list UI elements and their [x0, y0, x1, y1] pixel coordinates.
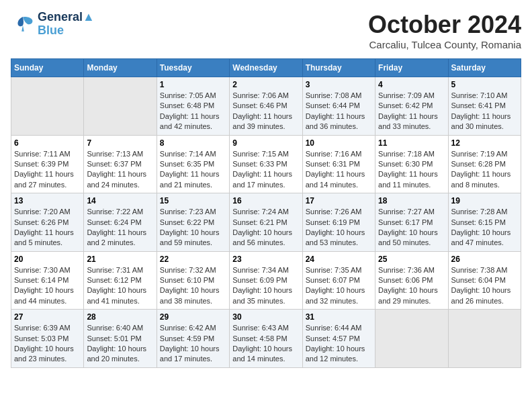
day-number: 29: [160, 312, 226, 322]
day-number: 22: [160, 255, 226, 264]
day-info: Sunrise: 7:13 AM Sunset: 6:37 PM Dayligh…: [87, 149, 153, 191]
calendar-cell: 19Sunrise: 7:28 AM Sunset: 6:15 PM Dayli…: [448, 193, 521, 252]
calendar-cell: 5Sunrise: 7:10 AM Sunset: 6:41 PM Daylig…: [448, 77, 521, 136]
day-info: Sunrise: 7:31 AM Sunset: 6:12 PM Dayligh…: [87, 265, 153, 307]
calendar-cell: 4Sunrise: 7:09 AM Sunset: 6:42 PM Daylig…: [375, 77, 448, 136]
day-number: 21: [87, 255, 153, 264]
calendar-cell: 8Sunrise: 7:14 AM Sunset: 6:35 PM Daylig…: [157, 135, 229, 193]
logo-text: General▲ Blue: [38, 11, 95, 38]
logo: General▲ Blue: [11, 11, 95, 38]
calendar-cell: 20Sunrise: 7:30 AM Sunset: 6:14 PM Dayli…: [11, 251, 84, 310]
calendar-cell: 3Sunrise: 7:08 AM Sunset: 6:44 PM Daylig…: [302, 77, 375, 136]
day-info: Sunrise: 6:44 AM Sunset: 4:57 PM Dayligh…: [306, 323, 372, 365]
day-number: 6: [14, 138, 81, 148]
title-block: October 2024 Carcaliu, Tulcea County, Ro…: [368, 11, 521, 50]
day-info: Sunrise: 7:08 AM Sunset: 6:44 PM Dayligh…: [306, 91, 372, 132]
day-info: Sunrise: 7:20 AM Sunset: 6:26 PM Dayligh…: [14, 207, 81, 248]
calendar-cell: 1Sunrise: 7:05 AM Sunset: 6:48 PM Daylig…: [157, 77, 229, 136]
calendar-week-row: 20Sunrise: 7:30 AM Sunset: 6:14 PM Dayli…: [11, 251, 521, 310]
day-info: Sunrise: 7:28 AM Sunset: 6:15 PM Dayligh…: [451, 207, 518, 248]
logo-icon: [11, 12, 35, 36]
day-number: 26: [451, 255, 518, 264]
calendar-cell: 6Sunrise: 7:11 AM Sunset: 6:39 PM Daylig…: [11, 135, 84, 193]
day-info: Sunrise: 7:35 AM Sunset: 6:07 PM Dayligh…: [306, 265, 372, 307]
day-of-week-header: Monday: [84, 59, 157, 77]
day-info: Sunrise: 7:19 AM Sunset: 6:28 PM Dayligh…: [451, 149, 518, 191]
day-info: Sunrise: 7:14 AM Sunset: 6:35 PM Dayligh…: [160, 149, 226, 191]
calendar-cell: 26Sunrise: 7:38 AM Sunset: 6:04 PM Dayli…: [448, 251, 521, 310]
day-number: 4: [378, 80, 445, 89]
day-number: 25: [378, 255, 445, 264]
day-info: Sunrise: 7:10 AM Sunset: 6:41 PM Dayligh…: [451, 91, 518, 132]
day-number: 12: [451, 138, 518, 148]
calendar-cell: 31Sunrise: 6:44 AM Sunset: 4:57 PM Dayli…: [302, 310, 375, 368]
day-number: 24: [306, 255, 372, 264]
day-number: 15: [160, 196, 226, 205]
calendar-week-row: 13Sunrise: 7:20 AM Sunset: 6:26 PM Dayli…: [11, 193, 521, 252]
day-number: 9: [232, 138, 299, 148]
day-info: Sunrise: 7:06 AM Sunset: 6:46 PM Dayligh…: [232, 91, 299, 132]
calendar-cell: 9Sunrise: 7:15 AM Sunset: 6:33 PM Daylig…: [230, 135, 302, 193]
calendar-cell: 23Sunrise: 7:34 AM Sunset: 6:09 PM Dayli…: [230, 251, 302, 310]
day-info: Sunrise: 6:40 AM Sunset: 5:01 PM Dayligh…: [87, 323, 153, 365]
calendar-week-row: 27Sunrise: 6:39 AM Sunset: 5:03 PM Dayli…: [11, 310, 521, 368]
calendar-cell: 22Sunrise: 7:32 AM Sunset: 6:10 PM Dayli…: [157, 251, 229, 310]
calendar-cell: 13Sunrise: 7:20 AM Sunset: 6:26 PM Dayli…: [11, 193, 84, 252]
day-number: 13: [14, 196, 81, 205]
day-info: Sunrise: 7:16 AM Sunset: 6:31 PM Dayligh…: [306, 149, 372, 191]
day-number: 3: [306, 80, 372, 89]
day-number: 23: [232, 255, 299, 264]
day-info: Sunrise: 7:38 AM Sunset: 6:04 PM Dayligh…: [451, 265, 518, 307]
day-info: Sunrise: 7:05 AM Sunset: 6:48 PM Dayligh…: [160, 91, 226, 132]
calendar-cell: 28Sunrise: 6:40 AM Sunset: 5:01 PM Dayli…: [84, 310, 157, 368]
day-number: 5: [451, 80, 518, 89]
day-number: 18: [378, 196, 445, 205]
day-number: 10: [306, 138, 372, 148]
calendar-cell: 16Sunrise: 7:24 AM Sunset: 6:21 PM Dayli…: [230, 193, 302, 252]
calendar-cell: [11, 77, 84, 136]
day-number: 27: [14, 312, 81, 322]
calendar-cell: 14Sunrise: 7:22 AM Sunset: 6:24 PM Dayli…: [84, 193, 157, 252]
calendar-cell: 7Sunrise: 7:13 AM Sunset: 6:37 PM Daylig…: [84, 135, 157, 193]
calendar-cell: 25Sunrise: 7:36 AM Sunset: 6:06 PM Dayli…: [375, 251, 448, 310]
day-info: Sunrise: 7:36 AM Sunset: 6:06 PM Dayligh…: [378, 265, 445, 307]
day-info: Sunrise: 7:09 AM Sunset: 6:42 PM Dayligh…: [378, 91, 445, 132]
day-number: 14: [87, 196, 153, 205]
calendar-cell: [84, 77, 157, 136]
day-number: 31: [306, 312, 372, 322]
calendar-table: SundayMondayTuesdayWednesdayThursdayFrid…: [11, 58, 521, 368]
calendar-cell: 29Sunrise: 6:42 AM Sunset: 4:59 PM Dayli…: [157, 310, 229, 368]
day-of-week-header: Tuesday: [157, 59, 229, 77]
calendar-cell: 15Sunrise: 7:23 AM Sunset: 6:22 PM Dayli…: [157, 193, 229, 252]
day-number: 30: [232, 312, 299, 322]
day-info: Sunrise: 7:32 AM Sunset: 6:10 PM Dayligh…: [160, 265, 226, 307]
calendar-cell: 11Sunrise: 7:18 AM Sunset: 6:30 PM Dayli…: [375, 135, 448, 193]
day-number: 2: [232, 80, 299, 89]
calendar-cell: 18Sunrise: 7:27 AM Sunset: 6:17 PM Dayli…: [375, 193, 448, 252]
day-number: 20: [14, 255, 81, 264]
day-info: Sunrise: 7:26 AM Sunset: 6:19 PM Dayligh…: [306, 207, 372, 248]
day-info: Sunrise: 7:24 AM Sunset: 6:21 PM Dayligh…: [232, 207, 299, 248]
calendar-cell: [448, 310, 521, 368]
calendar-cell: 24Sunrise: 7:35 AM Sunset: 6:07 PM Dayli…: [302, 251, 375, 310]
day-of-week-header: Wednesday: [230, 59, 302, 77]
calendar-cell: 27Sunrise: 6:39 AM Sunset: 5:03 PM Dayli…: [11, 310, 84, 368]
day-number: 7: [87, 138, 153, 148]
calendar-week-row: 6Sunrise: 7:11 AM Sunset: 6:39 PM Daylig…: [11, 135, 521, 193]
day-info: Sunrise: 6:42 AM Sunset: 4:59 PM Dayligh…: [160, 323, 226, 365]
day-number: 28: [87, 312, 153, 322]
day-info: Sunrise: 7:11 AM Sunset: 6:39 PM Dayligh…: [14, 149, 81, 191]
calendar-week-row: 1Sunrise: 7:05 AM Sunset: 6:48 PM Daylig…: [11, 77, 521, 136]
calendar-cell: 17Sunrise: 7:26 AM Sunset: 6:19 PM Dayli…: [302, 193, 375, 252]
day-number: 11: [378, 138, 445, 148]
day-of-week-header: Saturday: [448, 59, 521, 77]
day-number: 17: [306, 196, 372, 205]
day-info: Sunrise: 7:34 AM Sunset: 6:09 PM Dayligh…: [232, 265, 299, 307]
calendar-header-row: SundayMondayTuesdayWednesdayThursdayFrid…: [11, 59, 521, 77]
calendar-cell: 2Sunrise: 7:06 AM Sunset: 6:46 PM Daylig…: [230, 77, 302, 136]
day-of-week-header: Sunday: [11, 59, 84, 77]
page-header: General▲ Blue October 2024 Carcaliu, Tul…: [11, 11, 521, 50]
calendar-cell: 21Sunrise: 7:31 AM Sunset: 6:12 PM Dayli…: [84, 251, 157, 310]
day-of-week-header: Thursday: [302, 59, 375, 77]
calendar-cell: 10Sunrise: 7:16 AM Sunset: 6:31 PM Dayli…: [302, 135, 375, 193]
